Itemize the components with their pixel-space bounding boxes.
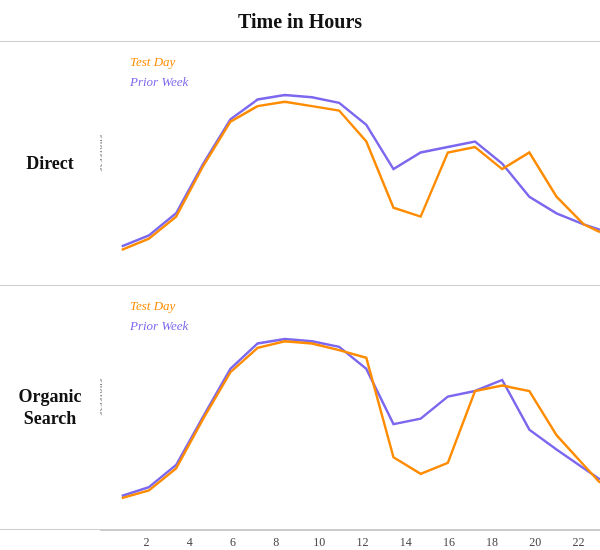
- x-tick-12: 12: [341, 535, 384, 550]
- direct-testday-line: [122, 102, 600, 250]
- x-tick-10: 10: [298, 535, 341, 550]
- x-tick-6: 6: [211, 535, 254, 550]
- direct-priorweek-line: [122, 95, 600, 246]
- x-tick-16: 16: [427, 535, 470, 550]
- direct-chart-area: sessions Test Day Prior Week: [100, 42, 600, 285]
- organic-search-row: Organic Search sessions Test Day Prior W…: [0, 286, 600, 530]
- x-axis: 2 4 6 8 10 12 14 16 18 20 22: [100, 530, 600, 550]
- direct-legend-priorweek: Prior Week: [130, 72, 188, 92]
- direct-row: Direct sessions Test Day Prior Week: [0, 42, 600, 286]
- x-tick-22: 22: [557, 535, 600, 550]
- organic-search-label: Organic Search: [0, 286, 100, 529]
- organic-legend-testday: Test Day: [130, 296, 188, 316]
- organic-legend: Test Day Prior Week: [130, 296, 188, 335]
- x-tick-18: 18: [471, 535, 514, 550]
- x-tick-20: 20: [514, 535, 557, 550]
- chart-rows: Direct sessions Test Day Prior Week Orga…: [0, 41, 600, 530]
- direct-legend: Test Day Prior Week: [130, 52, 188, 91]
- organic-priorweek-line: [122, 339, 600, 496]
- organic-chart-area: sessions Test Day Prior Week: [100, 286, 600, 529]
- direct-label: Direct: [0, 42, 100, 285]
- direct-legend-testday: Test Day: [130, 52, 188, 72]
- x-tick-4: 4: [168, 535, 211, 550]
- organic-legend-priorweek: Prior Week: [130, 316, 188, 336]
- x-tick-14: 14: [384, 535, 427, 550]
- organic-y-axis-label: sessions: [100, 378, 104, 416]
- x-tick-2: 2: [125, 535, 168, 550]
- direct-y-axis-label: sessions: [100, 134, 104, 172]
- chart-container: Time in Hours Direct sessions Test Day P…: [0, 0, 600, 550]
- x-tick-8: 8: [255, 535, 298, 550]
- chart-title: Time in Hours: [0, 10, 600, 33]
